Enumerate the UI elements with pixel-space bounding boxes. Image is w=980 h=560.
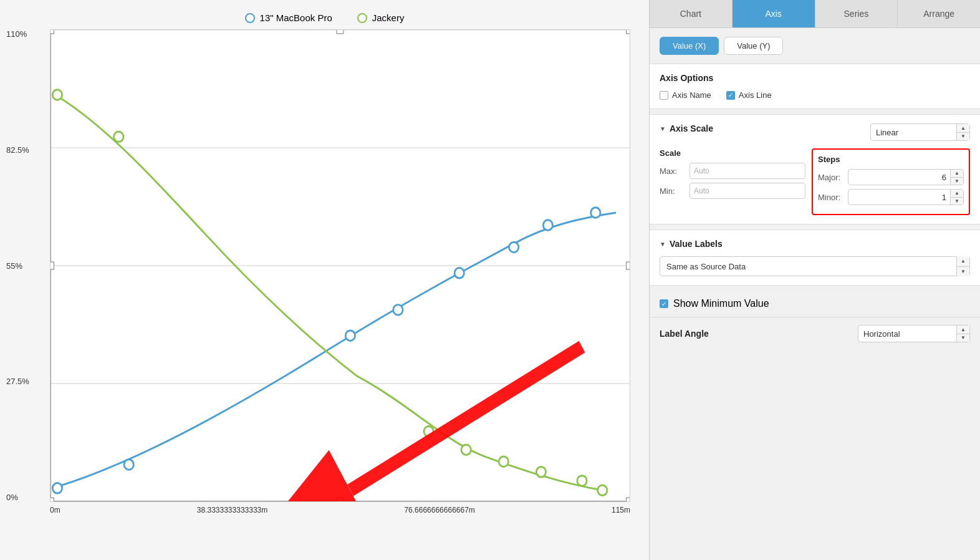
steps-col: Steps Major: 6 ▲ ▼ Minor: 1 — [812, 148, 970, 215]
label-angle-stepper[interactable]: ▲ ▼ — [956, 326, 969, 342]
scale-header: Scale — [660, 148, 805, 158]
svg-point-20 — [543, 220, 552, 231]
value-labels-stepper[interactable]: ▲ ▼ — [956, 256, 969, 276]
scale-max-row: Max: Auto — [660, 163, 805, 179]
tab-arrange[interactable]: Arrange — [898, 0, 980, 27]
label-angle-up[interactable]: ▲ — [957, 326, 969, 334]
svg-rect-13 — [627, 498, 630, 502]
svg-point-17 — [393, 305, 403, 316]
max-input[interactable]: Auto — [689, 163, 805, 179]
axis-btn-value-y[interactable]: Value (Y) — [724, 37, 783, 55]
axis-scale-up[interactable]: ▲ — [957, 124, 969, 133]
min-input[interactable]: Auto — [689, 183, 805, 199]
label-angle-down[interactable]: ▼ — [957, 334, 969, 342]
svg-point-14 — [52, 483, 62, 493]
svg-line-31 — [350, 347, 582, 490]
svg-point-19 — [509, 242, 519, 253]
svg-point-16 — [345, 331, 355, 341]
value-labels-header: ▼ Value Labels — [660, 239, 970, 249]
major-stepper[interactable]: ▲ ▼ — [950, 170, 963, 185]
scale-col: Scale Max: Auto Min: Auto — [660, 148, 805, 215]
label-angle-title: Label Angle — [660, 329, 709, 339]
svg-point-27 — [536, 466, 545, 477]
axis-btn-value-x[interactable]: Value (X) — [660, 37, 719, 55]
steps-header: Steps — [818, 155, 964, 164]
axis-name-checkbox-label[interactable]: Axis Name — [660, 90, 711, 100]
value-labels-up[interactable]: ▲ — [957, 256, 969, 267]
svg-point-22 — [52, 90, 62, 100]
value-labels-section: ▼ Value Labels Same as Source Data ▲ ▼ — [650, 229, 980, 286]
axis-scale-row: ▼ Axis Scale Linear ▲ ▼ — [660, 123, 970, 141]
major-label: Major: — [818, 173, 844, 182]
tab-chart[interactable]: Chart — [650, 0, 733, 27]
top-tabs: Chart Axis Series Arrange — [650, 0, 980, 28]
axis-options-row: Axis Name ✓ Axis Line — [660, 90, 970, 100]
axis-scale-down[interactable]: ▼ — [957, 133, 969, 141]
axis-options-header: Axis Options — [660, 73, 970, 83]
svg-rect-11 — [50, 498, 54, 502]
legend-dot-green — [357, 13, 367, 23]
show-minimum-label: Show Minimum Value — [673, 298, 769, 309]
svg-point-28 — [577, 476, 587, 486]
axis-selector: Value (X) Value (Y) — [650, 28, 980, 64]
svg-point-21 — [591, 208, 600, 218]
x-axis-labels: 0m 38.3333333333333m 76.6666666666667m 1… — [50, 502, 630, 514]
legend-item-macbook: 13" MacBook Pro — [245, 12, 332, 23]
label-angle-row: Label Angle Horizontal ▲ ▼ — [650, 317, 980, 350]
label-angle-select[interactable]: Horizontal ▲ ▼ — [858, 325, 970, 342]
min-label: Min: — [660, 186, 686, 196]
chart-svg — [50, 29, 630, 502]
svg-point-15 — [124, 460, 133, 470]
axis-scale-select[interactable]: Linear ▲ ▼ — [870, 123, 970, 141]
legend-item-jackery: Jackery — [357, 12, 405, 23]
chart-area: 13" MacBook Pro Jackery 0% 27.5% 55% 82.… — [0, 0, 650, 560]
major-down[interactable]: ▼ — [951, 178, 963, 185]
axis-line-checkbox-label[interactable]: ✓ Axis Line — [726, 90, 772, 100]
scale-steps-row: Scale Max: Auto Min: Auto Steps — [660, 148, 970, 215]
legend-label-macbook: 13" MacBook Pro — [260, 12, 332, 23]
right-panel: Chart Axis Series Arrange Value (X) Valu… — [650, 0, 980, 560]
svg-rect-10 — [627, 262, 630, 269]
svg-rect-9 — [50, 262, 54, 269]
axis-line-checkbox[interactable]: ✓ — [726, 91, 735, 100]
axis-options-section: Axis Options Axis Name ✓ Axis Line — [650, 64, 980, 109]
minor-label: Minor: — [818, 193, 844, 202]
svg-rect-6 — [50, 29, 54, 34]
major-input[interactable]: 6 ▲ ▼ — [848, 169, 964, 185]
y-axis-labels: 0% 27.5% 55% 82.5% 110% — [6, 29, 29, 502]
svg-point-23 — [114, 132, 123, 142]
tab-series[interactable]: Series — [815, 0, 898, 27]
show-minimum-row: ✓ Show Minimum Value — [650, 291, 980, 317]
axis-scale-stepper[interactable]: ▲ ▼ — [956, 124, 969, 140]
minor-down[interactable]: ▼ — [951, 198, 963, 205]
axis-scale-header: ▼ Axis Scale — [660, 123, 713, 133]
svg-rect-8 — [627, 29, 630, 34]
max-label: Max: — [660, 167, 686, 176]
chart-plot-area: 0% 27.5% 55% 82.5% 110% — [50, 29, 630, 502]
minor-stepper[interactable]: ▲ ▼ — [950, 190, 963, 205]
svg-point-18 — [454, 268, 464, 279]
svg-point-29 — [598, 485, 607, 496]
svg-rect-12 — [337, 498, 343, 502]
major-up[interactable]: ▲ — [951, 170, 963, 178]
axis-scale-section: ▼ Axis Scale Linear ▲ ▼ Scale Max: Auto — [650, 114, 980, 224]
minor-up[interactable]: ▲ — [951, 190, 963, 198]
chart-legend: 13" MacBook Pro Jackery — [0, 0, 649, 29]
tab-axis[interactable]: Axis — [733, 0, 815, 27]
value-labels-select[interactable]: Same as Source Data ▲ ▼ — [660, 256, 970, 276]
axis-name-checkbox[interactable] — [660, 91, 668, 100]
steps-major-row: Major: 6 ▲ ▼ — [818, 169, 964, 185]
svg-rect-7 — [337, 29, 343, 34]
show-minimum-checkbox[interactable]: ✓ — [660, 299, 668, 308]
svg-point-25 — [461, 445, 471, 455]
svg-point-26 — [499, 456, 508, 467]
value-labels-down[interactable]: ▼ — [957, 267, 969, 277]
legend-label-jackery: Jackery — [372, 12, 405, 23]
legend-dot-blue — [245, 13, 255, 23]
steps-minor-row: Minor: 1 ▲ ▼ — [818, 189, 964, 205]
scale-min-row: Min: Auto — [660, 183, 805, 199]
minor-input[interactable]: 1 ▲ ▼ — [848, 189, 964, 205]
